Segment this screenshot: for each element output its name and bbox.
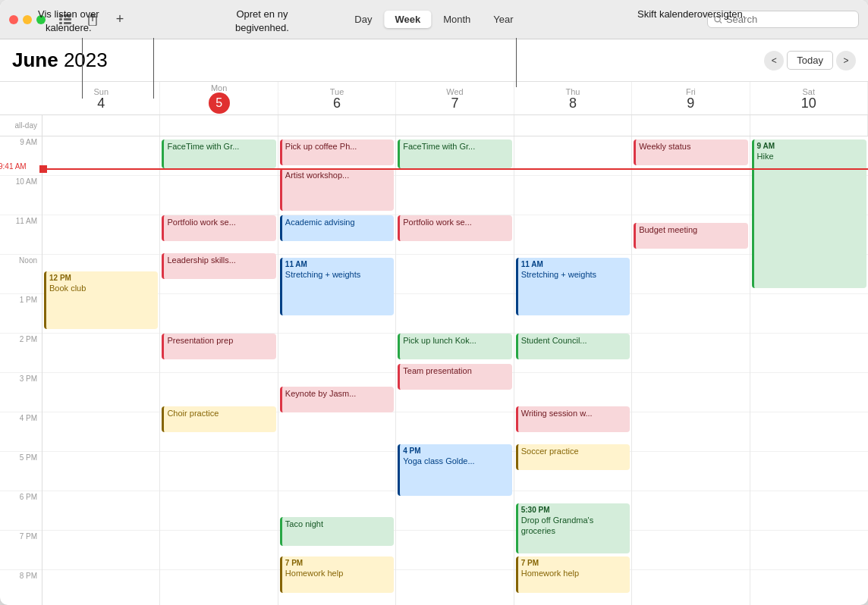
titlebar: + Day Week Month Year <box>0 0 868 39</box>
traffic-lights <box>9 15 46 24</box>
maximize-button[interactable] <box>36 15 46 24</box>
svg-line-9 <box>720 21 722 23</box>
event-team-presentation[interactable]: Team presentation <box>398 364 511 390</box>
event-stretching-thu[interactable]: 11 AM Stretching + weights <box>516 258 630 315</box>
day-header-wed: Wed 7 <box>396 82 514 114</box>
event-book-club[interactable]: 12 PM Book club <box>44 271 158 329</box>
time-2pm: 2 PM <box>0 334 42 373</box>
share-button[interactable] <box>82 9 103 30</box>
day-col-fri: Weekly status Budget meeting <box>632 136 750 605</box>
hour-sun-6[interactable] <box>42 491 159 531</box>
day-header-mon: Mon 5 <box>160 82 278 114</box>
time-column: 9 AM 10 AM 11 AM Noon 1 PM 2 PM 3 PM 4 P… <box>0 136 42 605</box>
event-presentation-prep[interactable]: Presentation prep <box>162 334 275 359</box>
nav-buttons: < Today > <box>764 51 856 71</box>
time-1pm: 1 PM <box>0 294 42 334</box>
event-facetime-wed[interactable]: FaceTime with Gr... <box>398 139 511 168</box>
allday-row: all-day <box>0 115 868 136</box>
hour-sun-4[interactable] <box>42 412 159 452</box>
event-writing-session[interactable]: Writing session w... <box>516 406 630 432</box>
time-4pm: 4 PM <box>0 412 42 452</box>
event-weekly-status[interactable]: Weekly status <box>634 139 747 165</box>
hour-sun-10[interactable] <box>42 176 159 215</box>
event-hike[interactable]: 9 AM Hike <box>752 139 866 288</box>
day-headers: Sun 4 Mon 5 Tue 6 Wed 7 Thu 8 Fri 9 Sat … <box>0 82 868 115</box>
toolbar-icons: + <box>55 9 131 30</box>
time-header <box>0 82 42 114</box>
day-col-mon: FaceTime with Gr... Portfolio work se...… <box>160 136 278 605</box>
day-col-sat: 9 AM Hike <box>750 136 868 605</box>
allday-sat <box>750 115 868 136</box>
event-taco-night[interactable]: Taco night <box>280 517 394 546</box>
hour-sun-9[interactable] <box>42 136 159 176</box>
event-pickup-coffee[interactable]: Pick up coffee Ph... <box>280 139 394 165</box>
event-budget-meeting[interactable]: Budget meeting <box>634 223 747 249</box>
event-leadership[interactable]: Leadership skills... <box>162 253 275 279</box>
search-icon <box>714 15 722 24</box>
view-tabs: Day Week Month Year <box>344 11 524 28</box>
allday-sun <box>42 115 160 136</box>
time-10am: 10 AM <box>0 176 42 215</box>
add-event-button[interactable]: + <box>109 9 131 30</box>
minimize-button[interactable] <box>23 15 32 24</box>
search-input[interactable] <box>726 14 852 25</box>
allday-fri <box>632 115 750 136</box>
allday-wed <box>396 115 514 136</box>
time-7pm: 7 PM <box>0 531 42 570</box>
event-soccer[interactable]: Soccer practice <box>516 444 630 470</box>
hour-sun-5[interactable] <box>42 452 159 491</box>
day-col-wed: FaceTime with Gr... Portfolio work se...… <box>396 136 514 605</box>
tab-month[interactable]: Month <box>432 11 481 28</box>
day-header-sat: Sat 10 <box>750 82 868 114</box>
event-keynote[interactable]: Keynote by Jasm... <box>280 387 394 412</box>
time-3pm: 3 PM <box>0 373 42 412</box>
svg-rect-4 <box>59 22 62 24</box>
svg-rect-2 <box>59 18 62 20</box>
today-button[interactable]: Today <box>787 51 833 70</box>
event-homework-thu[interactable]: 7 PM Homework help <box>516 556 630 593</box>
tab-year[interactable]: Year <box>483 11 524 28</box>
event-portfolio-mon[interactable]: Portfolio work se... <box>162 215 275 241</box>
event-student-council[interactable]: Student Council... <box>516 334 630 359</box>
allday-thu <box>514 115 632 136</box>
event-portfolio-wed[interactable]: Portfolio work se... <box>398 215 511 241</box>
event-homework-tue[interactable]: 7 PM Homework help <box>280 556 394 593</box>
calendar-list-button[interactable] <box>55 9 76 30</box>
hour-sun-11[interactable] <box>42 215 159 255</box>
svg-point-8 <box>715 16 720 21</box>
tab-week[interactable]: Week <box>384 11 431 28</box>
next-button[interactable]: > <box>836 51 856 71</box>
hour-sun-2[interactable] <box>42 334 159 373</box>
event-facetime-mon[interactable]: FaceTime with Gr... <box>162 139 275 168</box>
day-col-sun: 12 PM Book club <box>42 136 160 605</box>
day-header-fri: Fri 9 <box>632 82 750 114</box>
hour-sun-3[interactable] <box>42 373 159 412</box>
allday-tue <box>278 115 396 136</box>
event-academic-advising[interactable]: Academic advising <box>280 215 394 241</box>
event-dropoff-groceries[interactable]: 5:30 PM Drop off Grandma's groceries <box>516 503 630 553</box>
svg-rect-0 <box>59 14 62 17</box>
allday-label: all-day <box>0 115 42 136</box>
prev-button[interactable]: < <box>764 51 784 71</box>
close-button[interactable] <box>9 15 18 24</box>
time-5pm: 5 PM <box>0 452 42 491</box>
allday-mon <box>160 115 278 136</box>
event-yoga[interactable]: 4 PM Yoga class Golde... <box>398 444 511 496</box>
day-header-tue: Tue 6 <box>278 82 396 114</box>
search-area[interactable] <box>707 11 859 28</box>
day-col-thu: 11 AM Stretching + weights Student Counc… <box>514 136 632 605</box>
event-artist-workshop[interactable]: Artist workshop... <box>280 168 394 211</box>
hour-sun-8[interactable] <box>42 570 159 605</box>
event-stretching-tue[interactable]: 11 AM Stretching + weights <box>280 258 394 315</box>
tab-day[interactable]: Day <box>344 11 382 28</box>
event-choir[interactable]: Choir practice <box>162 406 275 432</box>
time-11am: 11 AM <box>0 215 42 255</box>
time-9am: 9 AM <box>0 136 42 176</box>
svg-rect-3 <box>64 18 71 20</box>
time-8pm: 8 PM <box>0 570 42 605</box>
hour-sun-7[interactable] <box>42 531 159 570</box>
calendar-header: June 2023 < Today > <box>0 39 868 82</box>
event-pickup-lunch[interactable]: Pick up lunch Kok... <box>398 334 511 359</box>
calendar-grid: 9 AM 10 AM 11 AM Noon 1 PM 2 PM 3 PM 4 P… <box>0 136 868 605</box>
time-6pm: 6 PM <box>0 491 42 531</box>
